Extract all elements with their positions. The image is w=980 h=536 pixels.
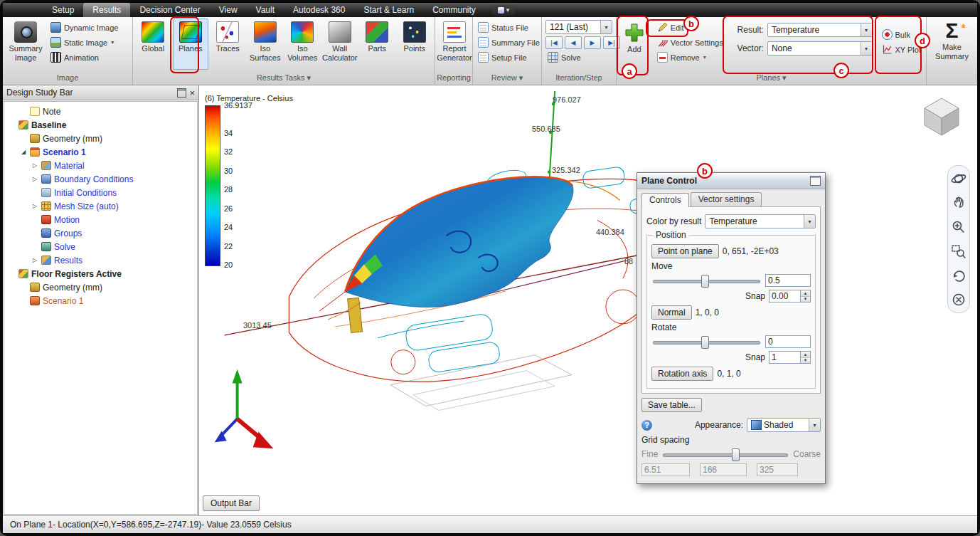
rotate-label: Rotate: [651, 322, 811, 332]
grid-spacing-slider[interactable]: [661, 448, 789, 461]
spin-up-icon[interactable]: ▲: [801, 290, 810, 297]
review-file-button[interactable]: Setup File: [476, 51, 542, 63]
menu-tab[interactable]: Decision Center: [130, 3, 209, 17]
tree-item-label: Floor Registers Active: [31, 269, 122, 279]
review-file-button[interactable]: Status File: [476, 21, 542, 33]
tree-item-initial-conditions[interactable]: Initial Conditions: [4, 186, 197, 199]
results-task-button[interactable]: Iso Surfaces: [247, 19, 283, 70]
results-task-button[interactable]: Planes: [173, 19, 208, 70]
tree-item-solve[interactable]: Solve: [4, 240, 197, 253]
collapse-arrow-icon[interactable]: ◢: [20, 149, 27, 155]
close-panel-icon[interactable]: ×: [189, 89, 195, 97]
tab-vector-settings[interactable]: Vector settings: [691, 192, 762, 206]
vector-select[interactable]: None ▾: [767, 41, 873, 56]
tree-item-scenario-1[interactable]: ◢Scenario 1: [4, 145, 197, 159]
zoom-window-icon[interactable]: [950, 243, 967, 260]
menu-tab[interactable]: Autodesk 360: [284, 3, 354, 17]
orbit-icon[interactable]: [950, 170, 967, 187]
previous-view-icon[interactable]: [950, 267, 967, 284]
tab-controls[interactable]: Controls: [641, 193, 689, 207]
move-input[interactable]: [765, 274, 811, 287]
expand-arrow-icon[interactable]: ▷: [31, 162, 38, 169]
tree-item-scenario-1[interactable]: Scenario 1: [4, 294, 197, 308]
zoom-icon[interactable]: [950, 219, 967, 236]
menu-tab[interactable]: Setup: [43, 3, 83, 17]
tree-item-material[interactable]: ▷Material: [4, 159, 197, 172]
next-iteration-button[interactable]: ▶: [584, 36, 601, 49]
add-plane-button[interactable]: Add: [621, 19, 648, 70]
edit-plane-button[interactable]: Edit: [655, 21, 725, 33]
menu-tabs: Setup Results Decision Center View Vault…: [43, 3, 485, 17]
tree-item-note[interactable]: Note: [4, 105, 197, 118]
rotation-axis-button[interactable]: Rotation axis: [651, 367, 713, 381]
results-task-button[interactable]: Points: [397, 19, 432, 70]
make-summary-button[interactable]: Σ* Make Summary: [929, 19, 976, 70]
previous-iteration-button[interactable]: ◀: [565, 36, 582, 49]
tree-item-geometry-mm[interactable]: Geometry (mm): [4, 132, 197, 145]
animation-button[interactable]: Animation: [48, 51, 120, 63]
view-cube[interactable]: [916, 91, 967, 138]
xy-plot-button[interactable]: XY Plot: [880, 43, 924, 56]
menu-tab[interactable]: Start & Learn: [354, 3, 423, 17]
tree-item-groups[interactable]: Groups: [4, 226, 197, 240]
tree-item-boundary-conditions[interactable]: ▷Boundary Conditions: [4, 172, 197, 186]
dialog-titlebar[interactable]: Plane Control: [637, 173, 825, 189]
output-bar-button[interactable]: Output Bar: [203, 495, 260, 511]
tree-item-label: Mesh Size (auto): [54, 201, 119, 211]
results-task-button[interactable]: Parts: [359, 19, 395, 70]
dialog-dock-icon[interactable]: [810, 176, 821, 186]
tree-item-baseline[interactable]: Baseline: [4, 118, 197, 132]
tree-item-floor-registers-active[interactable]: Floor Registers Active: [4, 267, 197, 280]
star-icon: *: [962, 17, 966, 38]
menu-overflow-button[interactable]: ▾: [492, 4, 516, 16]
results-task-button[interactable]: Traces: [210, 19, 245, 70]
iteration-select[interactable]: 121 (Last) ▾: [545, 20, 612, 34]
dynamic-image-button[interactable]: Dynamic Image: [48, 21, 120, 33]
tree-item-mesh-size-auto[interactable]: ▷Mesh Size (auto): [4, 199, 197, 213]
menu-tab[interactable]: Community: [423, 3, 485, 17]
dock-panel-icon[interactable]: [177, 88, 186, 98]
remove-plane-button[interactable]: Remove ▾: [655, 51, 725, 63]
result-select[interactable]: Temperature ▾: [767, 23, 873, 37]
rotate-input[interactable]: [765, 335, 811, 348]
spin-up-icon[interactable]: ▲: [801, 352, 810, 358]
menu-tab[interactable]: Vault: [247, 3, 284, 17]
spin-down-icon[interactable]: ▼: [801, 297, 810, 303]
vector-settings-button[interactable]: Vector Settings: [655, 36, 725, 48]
tree-item-geometry-mm[interactable]: Geometry (mm): [4, 280, 197, 294]
move-slider[interactable]: [651, 274, 762, 287]
results-task-button[interactable]: Iso Volumes: [284, 19, 320, 70]
solve-button[interactable]: Solve: [545, 51, 612, 63]
review-file-button[interactable]: Summary File: [476, 36, 542, 48]
rotate-slider[interactable]: [651, 335, 762, 348]
expand-arrow-icon[interactable]: ▷: [31, 203, 38, 209]
first-iteration-button[interactable]: |◀: [545, 36, 563, 49]
results-task-button[interactable]: Global: [135, 19, 171, 70]
static-image-button[interactable]: Static Image ▾: [48, 36, 120, 48]
bulk-button[interactable]: Bulk: [880, 28, 924, 41]
help-icon[interactable]: ?: [641, 420, 652, 431]
viewport[interactable]: (6) Temperature - Celsius 36.91373432302…: [199, 85, 977, 515]
grid-fine-value: [641, 463, 690, 476]
pan-icon[interactable]: [950, 194, 967, 211]
model-canvas[interactable]: [199, 85, 977, 515]
appearance-select[interactable]: Shaded ▾: [747, 418, 821, 432]
point-on-plane-button[interactable]: Point on plane: [651, 244, 719, 258]
tree-item-motion[interactable]: Motion: [4, 213, 197, 226]
save-table-button[interactable]: Save table...: [641, 398, 702, 412]
expand-arrow-icon[interactable]: ▷: [31, 176, 38, 182]
cancel-icon[interactable]: [950, 291, 967, 308]
tree-item-results[interactable]: ▷Results: [4, 253, 197, 267]
normal-button[interactable]: Normal: [651, 305, 692, 320]
summary-image-button[interactable]: Summary Image: [4, 19, 47, 70]
results-task-button[interactable]: Wall Calculator: [322, 19, 358, 70]
spin-down-icon[interactable]: ▼: [801, 358, 810, 364]
move-snap-spinner[interactable]: ▲▼: [769, 290, 811, 303]
rotate-snap-spinner[interactable]: ▲▼: [769, 351, 811, 364]
ribbon-group-reporting: Report Generator Reporting: [435, 17, 473, 85]
menu-tab[interactable]: View: [210, 3, 247, 17]
menu-tab[interactable]: Results: [83, 3, 130, 17]
expand-arrow-icon[interactable]: ▷: [31, 257, 38, 263]
report-generator-button[interactable]: Report Generator: [437, 19, 472, 70]
color-by-result-select[interactable]: Temperature ▾: [705, 214, 816, 228]
